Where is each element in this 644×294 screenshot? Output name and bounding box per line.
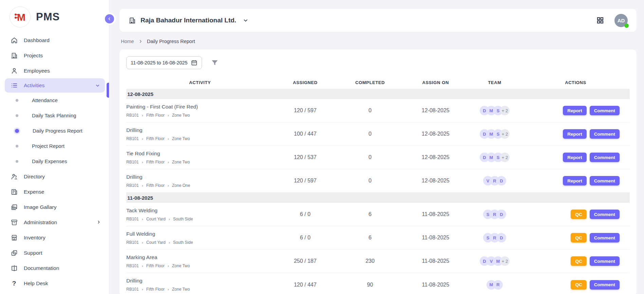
- table-row: Drilling RB101› Fifth Floor› Zone One 12…: [126, 169, 630, 193]
- sidebar-subitem-daily-progress-report[interactable]: Daily Progress Report: [0, 123, 109, 138]
- user-avatar[interactable]: AD: [614, 14, 628, 27]
- team-avatars: V R D: [468, 176, 521, 185]
- assigned-value: 250 / 187: [274, 258, 337, 264]
- sidebar-item-expense[interactable]: Expense: [0, 184, 109, 199]
- sidebar-item-projects[interactable]: Projects: [0, 48, 109, 63]
- report-button[interactable]: Report: [563, 129, 587, 139]
- completed-value: 6: [337, 235, 403, 241]
- col-actions: ACTIONS: [521, 80, 630, 85]
- path-floor: Court Yard: [146, 240, 166, 245]
- sidebar-subitem-project-report[interactable]: Project Report: [0, 138, 109, 154]
- comment-button[interactable]: Comment: [590, 233, 620, 242]
- sidebar-item-help-desk[interactable]: ? Help Desk: [0, 276, 109, 291]
- sidebar-item-label: Projects: [24, 53, 43, 59]
- sidebar-item-label: Activities: [24, 82, 44, 89]
- brand: M PMS: [0, 0, 109, 33]
- path-project: RB101: [126, 263, 139, 268]
- company-selector[interactable]: Raja Bahadur International Ltd.: [128, 17, 249, 24]
- date-group-header: 11-08-2025: [126, 193, 630, 203]
- sidebar-subitem-daily-expenses[interactable]: Daily Expenses: [0, 154, 109, 169]
- archive-icon: [10, 218, 18, 226]
- question-icon: ?: [10, 279, 18, 287]
- assign-on-date: 12-08-2025: [403, 154, 468, 160]
- team-extra-badge[interactable]: + 2: [500, 153, 510, 162]
- team-extra-badge[interactable]: + 2: [500, 129, 510, 139]
- date-range-input[interactable]: 11-08-2025 to 16-08-2025: [126, 56, 202, 69]
- comment-button[interactable]: Comment: [590, 129, 620, 139]
- sidebar-item-label: Image Gallary: [24, 204, 56, 210]
- chevron-left-icon: [107, 17, 112, 21]
- path-floor: Court Yard: [146, 217, 166, 221]
- date-range-value: 11-08-2025 to 16-08-2025: [131, 60, 187, 65]
- sidebar-item-administration[interactable]: Administration: [0, 215, 109, 230]
- sidebar-item-inventory[interactable]: Inventory: [0, 230, 109, 245]
- group-date: 12-08-2025: [127, 91, 153, 97]
- sidebar-subitem-daily-task-planning[interactable]: Daily Task Planning: [0, 108, 109, 123]
- comment-button[interactable]: Comment: [590, 153, 620, 162]
- assigned-value: 120 / 447: [274, 282, 337, 288]
- team-member-badge: R: [493, 280, 503, 290]
- team-extra-badge[interactable]: + 2: [500, 256, 510, 266]
- path-project: RB101: [126, 183, 139, 188]
- breadcrumb-home-link[interactable]: Home: [121, 39, 134, 44]
- filter-funnel-icon[interactable]: [211, 59, 219, 67]
- company-name: Raja Bahadur International Ltd.: [141, 17, 236, 24]
- chevron-right-icon: ›: [168, 136, 169, 141]
- sidebar-item-activities[interactable]: Activities: [5, 78, 105, 93]
- comment-button[interactable]: Comment: [590, 210, 620, 219]
- sidebar-collapse-button[interactable]: [105, 14, 114, 23]
- sidebar-item-label: Dashboard: [24, 37, 50, 43]
- sidebar-item-label: Employees: [24, 68, 50, 74]
- sidebar-menu: Dashboard Projects Employees Activities: [0, 33, 109, 291]
- sidebar-item-directory[interactable]: Directory: [0, 169, 109, 184]
- chevron-right-icon: ›: [169, 217, 170, 221]
- team-extra-badge[interactable]: + 2: [500, 106, 510, 115]
- qc-button[interactable]: QC: [571, 233, 586, 242]
- qc-button[interactable]: QC: [571, 210, 586, 219]
- chevron-down-icon: [243, 18, 249, 23]
- team-avatars: S R D: [468, 210, 521, 219]
- sidebar-item-dashboard[interactable]: Dashboard: [0, 33, 109, 48]
- assign-on-date: 12-08-2025: [403, 131, 468, 137]
- report-button[interactable]: Report: [563, 106, 587, 115]
- sidebar-item-image-gallary[interactable]: Image Gallary: [0, 199, 109, 215]
- sidebar-subitem-label: Daily Progress Report: [33, 128, 82, 134]
- sidebar-subitem-attendance[interactable]: Attendance: [0, 93, 109, 108]
- bullet-icon: [16, 99, 18, 102]
- table-row: Drilling RB101› Fifth Floor› Zone Two 12…: [126, 273, 630, 294]
- path-project: RB101: [126, 160, 139, 164]
- sidebar-item-employees[interactable]: Employees: [0, 63, 109, 78]
- sidebar-item-label: Help Desk: [24, 280, 48, 287]
- assigned-value: 120 / 597: [274, 107, 337, 114]
- sidebar-subitem-label: Daily Expenses: [32, 158, 67, 164]
- report-button[interactable]: Report: [563, 153, 587, 162]
- sidebar-item-documentation[interactable]: Documentation: [0, 260, 109, 276]
- chevron-right-icon: [139, 39, 143, 43]
- chevron-right-icon: ›: [142, 287, 143, 292]
- sidebar-item-support[interactable]: Support: [0, 245, 109, 260]
- path-zone: Zone Two: [172, 287, 190, 292]
- path-zone: South Side: [173, 217, 193, 221]
- comment-button[interactable]: Comment: [590, 176, 620, 185]
- qc-button[interactable]: QC: [571, 256, 586, 266]
- path-floor: Fifth Floor: [146, 263, 165, 268]
- team-avatars: D M S + 2: [468, 129, 521, 139]
- comment-button[interactable]: Comment: [590, 256, 620, 266]
- path-zone: South Side: [173, 240, 193, 245]
- apps-grid-icon[interactable]: [596, 16, 604, 24]
- chevron-down-icon: [95, 83, 100, 88]
- bullet-icon: [16, 145, 18, 148]
- activity-location-path: RB101› Fifth Floor› Zone Two: [126, 113, 274, 118]
- report-button[interactable]: Report: [563, 176, 587, 185]
- progress-report-table: ACTIVITY ASSIGNED COMPLETED ASSIGN ON TE…: [126, 76, 630, 294]
- report-card: 11-08-2025 to 16-08-2025 ACTIVITY ASSIGN…: [119, 50, 637, 294]
- filter-bar: 11-08-2025 to 16-08-2025: [126, 56, 630, 69]
- comment-button[interactable]: Comment: [590, 106, 620, 115]
- app-logo[interactable]: M: [10, 6, 31, 27]
- assigned-value: 120 / 597: [274, 178, 337, 184]
- comment-button[interactable]: Comment: [590, 280, 620, 290]
- table-row: Tack Welding RB101› Court Yard› South Si…: [126, 203, 630, 226]
- qc-button[interactable]: QC: [571, 280, 586, 290]
- path-project: RB101: [126, 136, 139, 141]
- table-row: Drilling RB101› Fifth Floor› Zone Two 10…: [126, 122, 630, 146]
